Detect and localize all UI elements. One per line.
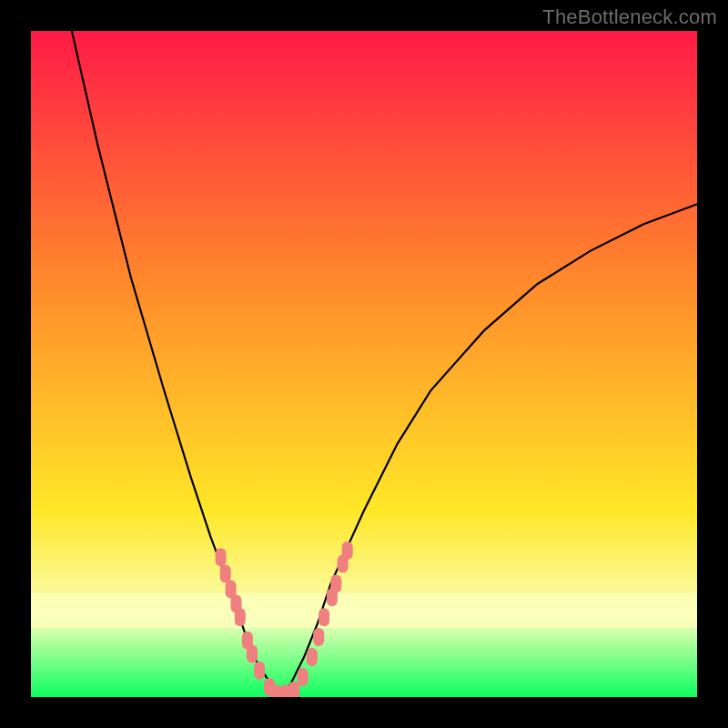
- highlight-marker: [216, 548, 227, 566]
- highlight-marker: [254, 662, 265, 680]
- highlight-marker: [307, 648, 318, 666]
- plot-area: [31, 31, 697, 697]
- highlight-marker: [342, 541, 353, 560]
- highlight-marker: [247, 644, 258, 662]
- highlight-marker: [298, 668, 308, 686]
- highlight-marker: [313, 628, 324, 646]
- highlight-marker: [330, 575, 341, 593]
- chart-frame: TheBottleneck.com: [0, 0, 728, 728]
- highlight-marker: [318, 608, 329, 626]
- highlight-marker: [220, 565, 231, 583]
- ideal-band: [31, 593, 697, 628]
- bottleneck-chart: [31, 31, 697, 697]
- watermark-text: TheBottleneck.com: [542, 5, 717, 29]
- highlight-marker: [235, 608, 246, 626]
- highlight-marker: [288, 682, 299, 697]
